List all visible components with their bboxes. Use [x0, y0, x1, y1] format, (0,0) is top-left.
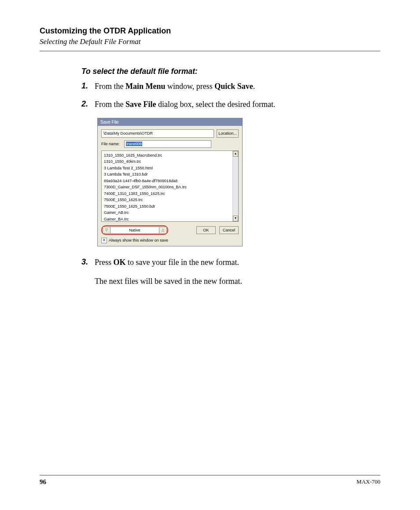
always-show-label: Always show this window on save	[109, 238, 168, 242]
step-text: From the Save File dialog box, select th…	[95, 99, 380, 110]
text-fragment: dialog box, select the desired format.	[156, 100, 276, 109]
page-number: 96	[40, 478, 46, 486]
step-number: 1.	[81, 81, 95, 92]
cancel-button[interactable]: Cancel	[219, 226, 239, 234]
file-list[interactable]: 1310_1550_1625_Macrobend.trc 1310_1550_4…	[101, 150, 239, 222]
step-number: 3.	[81, 257, 95, 287]
chapter-title: Customizing the OTDR Application	[40, 26, 380, 36]
format-selector[interactable]: ▽ Native △	[101, 225, 168, 235]
step-text: From the Main Menu window, press Quick S…	[95, 81, 380, 92]
list-item[interactable]: 7300D_Gainer_DSF_1550nm_00100ns_BA.trc	[104, 184, 230, 191]
list-item[interactable]: 7400E_1310_1383_1550_1625.trc	[104, 191, 230, 197]
instruction-title: To select the default file format:	[81, 67, 380, 76]
filename-input[interactable]: trace009	[124, 140, 211, 148]
footer-rule	[40, 475, 380, 476]
header-rule	[40, 51, 380, 51]
page-footer: 96 MAX-700	[40, 475, 380, 486]
format-label: Native	[111, 227, 159, 234]
ok-button[interactable]: OK	[196, 226, 216, 234]
list-item[interactable]: 3 Lambda Test 2_1550.html	[104, 165, 230, 172]
text-fragment: From the	[95, 100, 125, 109]
always-show-checkbox[interactable]: ×	[101, 238, 107, 243]
text-fragment: From the	[95, 82, 125, 91]
list-item[interactable]: Gainer_BA.trc	[104, 216, 230, 221]
location-button[interactable]: Location...	[217, 129, 239, 138]
scroll-track[interactable]	[233, 157, 238, 216]
selected-text: trace009	[126, 142, 142, 146]
format-next-icon[interactable]: △	[159, 227, 167, 234]
scroll-down-icon[interactable]: ▼	[233, 216, 238, 221]
section-title: Selecting the Default File Format	[40, 37, 380, 46]
step-1: 1. From the Main Menu window, press Quic…	[81, 81, 380, 92]
step-followup: The next files will be saved in the new …	[95, 276, 380, 286]
dialog-titlebar: Save File	[98, 118, 242, 126]
step-text: Press OK to save your file in the new fo…	[95, 257, 380, 287]
bold-text: Main Menu	[125, 82, 166, 91]
text-fragment: to save your file in the new format.	[126, 258, 239, 267]
bold-text: OK	[114, 258, 126, 267]
list-item[interactable]: 1310_1550_1625_Macrobend.trc	[104, 152, 230, 159]
list-item[interactable]: 3 Lambda Test_1310.bdr	[104, 171, 230, 178]
bold-text: Quick Save	[214, 82, 253, 91]
scrollbar[interactable]: ▲ ▼	[232, 151, 238, 221]
scroll-up-icon[interactable]: ▲	[233, 151, 238, 157]
list-item[interactable]: 7500E_1550_1625.trc	[104, 197, 230, 203]
step-number: 2.	[81, 99, 95, 110]
step-3: 3. Press OK to save your file in the new…	[81, 257, 380, 287]
step-2: 2. From the Save File dialog box, select…	[81, 99, 380, 110]
list-item[interactable]: 7500E_1550_1625_1550.bdr	[104, 203, 230, 210]
model-label: MAX-700	[357, 478, 380, 486]
list-item[interactable]: Gainer_AB.trc	[104, 209, 230, 216]
filename-label: File name:	[101, 142, 120, 146]
bold-text: Save File	[125, 100, 156, 109]
list-item[interactable]: 1310_1550_40km.trc	[104, 158, 230, 165]
text-fragment: window, press	[166, 82, 215, 91]
list-item[interactable]: 69a93a24-1447-4fb0-8a4e-df7809018da8	[104, 178, 230, 184]
format-prev-icon[interactable]: ▽	[103, 227, 111, 234]
text-fragment: Press	[95, 258, 114, 267]
path-input[interactable]: \Data\My Documents\OTDR	[101, 129, 214, 138]
text-fragment: .	[253, 82, 255, 91]
save-file-dialog: Save File \Data\My Documents\OTDR Locati…	[97, 118, 243, 246]
